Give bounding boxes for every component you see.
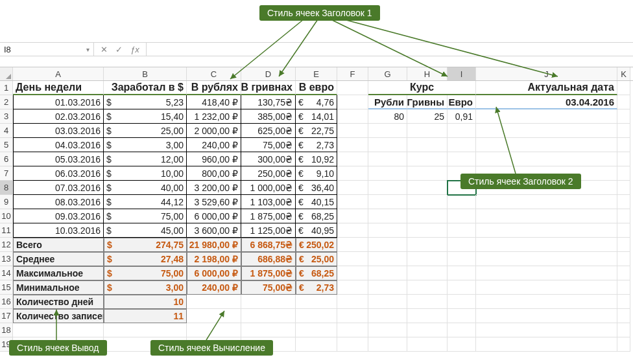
cell-C9[interactable]: 3 529,60 ₽ <box>187 195 241 209</box>
cell-G4[interactable] <box>368 124 407 138</box>
cell-E15[interactable]: €2,73 <box>296 280 337 295</box>
cell-H6[interactable] <box>407 152 448 166</box>
cell-J13[interactable] <box>476 252 617 266</box>
cell-C2[interactable]: 418,40 ₽ <box>187 95 241 109</box>
cell-C4[interactable]: 2 000,00 ₽ <box>187 124 241 138</box>
cell-B16[interactable]: 10 <box>104 295 187 309</box>
cell-G15[interactable] <box>368 280 407 295</box>
name-box[interactable]: I8 ▾ <box>0 42 94 56</box>
cell-J6[interactable] <box>476 152 617 166</box>
cell-K5[interactable] <box>617 138 630 152</box>
cell-B6[interactable]: $12,00 <box>104 152 187 166</box>
cell-G1-merged[interactable]: Курс <box>368 81 476 95</box>
cell-J11[interactable] <box>476 223 617 238</box>
cell-D11[interactable]: 1 125,00₴ <box>241 223 296 238</box>
cell-E8[interactable]: €36,40 <box>296 181 337 195</box>
cell-E14[interactable]: €68,25 <box>296 266 337 280</box>
cell-A16[interactable]: Количество дней <box>13 295 104 309</box>
cell-B11[interactable]: $45,00 <box>104 223 187 238</box>
cell-K15[interactable] <box>617 280 630 295</box>
cell-A10[interactable]: 09.03.2016 <box>13 209 104 223</box>
cell-H18[interactable] <box>407 323 448 337</box>
cell-K4[interactable] <box>617 124 630 138</box>
cell-E1[interactable]: В евро <box>296 81 337 95</box>
cell-A4[interactable]: 03.03.2016 <box>13 124 104 138</box>
cell-A8[interactable]: 07.03.2016 <box>13 181 104 195</box>
cell-H13[interactable] <box>407 252 448 266</box>
cell-I19[interactable] <box>448 337 476 352</box>
cell-J16[interactable] <box>476 295 617 309</box>
cell-D17[interactable] <box>241 309 296 323</box>
cell-B7[interactable]: $10,00 <box>104 166 187 181</box>
cell-H17[interactable] <box>407 309 448 323</box>
row-head-2[interactable]: 2 <box>0 95 13 109</box>
cell-B9[interactable]: $44,12 <box>104 195 187 209</box>
cell-B15[interactable]: $3,00 <box>104 280 187 295</box>
cell-I11[interactable] <box>448 223 476 238</box>
cell-K13[interactable] <box>617 252 630 266</box>
cell-C17[interactable] <box>187 309 241 323</box>
cell-G18[interactable] <box>368 323 407 337</box>
cell-G17[interactable] <box>368 309 407 323</box>
row-head-15[interactable]: 15 <box>0 280 13 295</box>
cell-I17[interactable] <box>448 309 476 323</box>
row-head-9[interactable]: 9 <box>0 195 13 209</box>
cell-B1[interactable]: Заработал в $ <box>104 81 187 95</box>
cell-C10[interactable]: 6 000,00 ₽ <box>187 209 241 223</box>
row-head-1[interactable]: 1 <box>0 81 13 95</box>
cell-D13[interactable]: 686,88₴ <box>241 252 296 266</box>
cell-A13[interactable]: Среднее <box>13 252 104 266</box>
cell-F3[interactable] <box>337 109 368 124</box>
cell-E19[interactable] <box>296 337 337 352</box>
cell-D16[interactable] <box>241 295 296 309</box>
cell-H11[interactable] <box>407 223 448 238</box>
cell-B17[interactable]: 11 <box>104 309 187 323</box>
cell-C15[interactable]: 240,00 ₽ <box>187 280 241 295</box>
cell-K10[interactable] <box>617 209 630 223</box>
cell-H10[interactable] <box>407 209 448 223</box>
cell-J18[interactable] <box>476 323 617 337</box>
cell-G10[interactable] <box>368 209 407 223</box>
cell-D10[interactable]: 1 875,00₴ <box>241 209 296 223</box>
cell-H2[interactable]: Гривны <box>407 95 448 109</box>
col-head-C[interactable]: C <box>187 67 241 80</box>
cell-H9[interactable] <box>407 195 448 209</box>
cell-F9[interactable] <box>337 195 368 209</box>
cell-F16[interactable] <box>337 295 368 309</box>
cell-I10[interactable] <box>448 209 476 223</box>
cell-H3[interactable]: 25 <box>407 109 448 124</box>
cell-A18[interactable] <box>13 323 104 337</box>
cell-E10[interactable]: €68,25 <box>296 209 337 223</box>
cell-K12[interactable] <box>617 238 630 252</box>
cell-J5[interactable] <box>476 138 617 152</box>
cell-A5[interactable]: 04.03.2016 <box>13 138 104 152</box>
cell-I2[interactable]: Евро <box>448 95 476 109</box>
cell-D3[interactable]: 385,00₴ <box>241 109 296 124</box>
cell-C16[interactable] <box>187 295 241 309</box>
cell-A9[interactable]: 08.03.2016 <box>13 195 104 209</box>
cell-B12[interactable]: $274,75 <box>104 238 187 252</box>
row-head-13[interactable]: 13 <box>0 252 13 266</box>
cell-F13[interactable] <box>337 252 368 266</box>
cell-D8[interactable]: 1 000,00₴ <box>241 181 296 195</box>
cell-G2[interactable]: Рубли <box>368 95 407 109</box>
row-head-8[interactable]: 8 <box>0 181 13 195</box>
cell-J19[interactable] <box>476 337 617 352</box>
cell-G3[interactable]: 80 <box>368 109 407 124</box>
cell-I16[interactable] <box>448 295 476 309</box>
cell-G14[interactable] <box>368 266 407 280</box>
row-head-12[interactable]: 12 <box>0 238 13 252</box>
cell-I3[interactable]: 0,91 <box>448 109 476 124</box>
cell-D2[interactable]: 130,75₴ <box>241 95 296 109</box>
cell-H12[interactable] <box>407 238 448 252</box>
row-head-4[interactable]: 4 <box>0 124 13 138</box>
col-head-G[interactable]: G <box>368 67 407 80</box>
cell-I9[interactable] <box>448 195 476 209</box>
cell-C13[interactable]: 2 198,00 ₽ <box>187 252 241 266</box>
cell-C3[interactable]: 1 232,00 ₽ <box>187 109 241 124</box>
col-head-H[interactable]: H <box>407 67 448 80</box>
cell-C8[interactable]: 3 200,00 ₽ <box>187 181 241 195</box>
cell-E6[interactable]: €10,92 <box>296 152 337 166</box>
cell-I14[interactable] <box>448 266 476 280</box>
cell-E2[interactable]: €4,76 <box>296 95 337 109</box>
